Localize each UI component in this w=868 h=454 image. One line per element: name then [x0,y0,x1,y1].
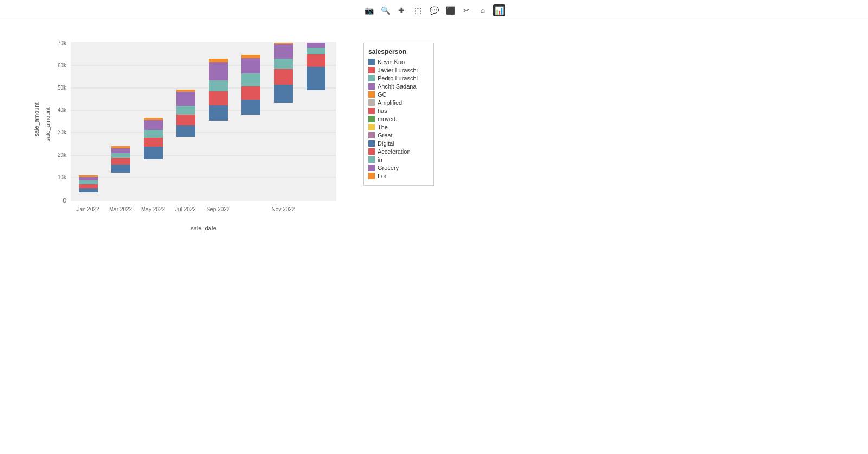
legend-color-amplified [368,99,375,106]
chart-area: 70k 60k 50k 40k 30k 20k 10k 0 sale_amoun… [43,37,353,240]
legend-color-digital [368,140,375,147]
legend-item-pedro: Pedro Luraschi [368,75,429,81]
legend-item-the: The [368,124,429,130]
legend-label-amplified: Amplified [378,99,402,106]
comment-icon[interactable]: 💬 [428,4,440,16]
bar-nov3-javier [307,54,326,67]
bar-nov2-javier [274,69,293,85]
bar-jan-anchit [79,177,98,180]
legend-color-the [368,124,375,130]
legend-label-the: The [378,124,388,130]
y-axis-label-text: sale_amount [44,108,51,142]
legend-color-gc [368,91,375,98]
bar-sep-javier [209,91,228,105]
legend-item-javier: Javier Luraschi [368,67,429,73]
x-axis-label-text: sale_date [190,225,216,231]
legend-item-amplified: Amplified [368,99,429,106]
legend-color-pedro [368,75,375,81]
bar-may-anchit [144,120,163,130]
legend-label-grocery: Grocery [378,165,399,171]
x-label-jul: Jul 2022 [175,206,196,212]
bar-jan-kevin [79,188,98,192]
bar-nov2-pedro [274,59,293,69]
legend-label-digital: Digital [378,140,394,147]
legend-label-moved: moved. [378,116,397,122]
cut-icon[interactable]: ✂ [461,4,473,16]
plus-icon[interactable]: ✚ [395,4,407,16]
legend-label-for: For [378,173,387,179]
bar-nov3-kevin [307,67,326,90]
bar-jul-anchit [176,92,195,106]
bar-may-gc [144,118,163,120]
legend-label-has: has [378,108,387,114]
bar-nov1-pedro [241,73,260,86]
bar-nov2-anchit [274,44,293,59]
bar-nov2-kevin [274,85,293,103]
bar-jul-kevin [176,125,195,137]
legend-item-for: For [368,173,429,179]
zoom-icon[interactable]: 🔍 [379,4,391,16]
legend-item-acceleration: Acceleration [368,148,429,155]
legend-color-grocery [368,165,375,171]
legend-color-anchit [368,83,375,90]
legend-label-javier: Javier Luraschi [378,67,418,73]
bar-mar-anchit [111,148,130,153]
y-tick-40k: 40k [58,107,67,113]
bar-sep-kevin [209,105,228,121]
legend-label-gc: GC [378,91,387,98]
legend-color-for [368,173,375,179]
bar-jul-gc [176,90,195,92]
bar-nov3-pedro [307,48,326,54]
y-tick-30k: 30k [58,129,67,135]
legend-label-pedro: Pedro Luraschi [378,75,418,81]
y-tick-20k: 20k [58,152,67,158]
toolbar: 📷 🔍 ✚ ⬚ 💬 ⬛ ✂ ⌂ 📊 [0,0,868,21]
bar-jan-javier [79,184,98,188]
bar-nov3-anchit [307,43,326,48]
y-tick-0: 0 [63,198,66,204]
legend-label-anchit: Anchit Sadana [378,83,417,90]
bar-sep-pedro [209,80,228,91]
bar-may-javier [144,138,163,147]
legend-color-javier [368,67,375,73]
y-axis-label: sale_amount [33,103,40,137]
legend-color-in [368,156,375,163]
export-icon[interactable]: ⬛ [444,4,456,16]
legend-item-gc: GC [368,91,429,98]
legend-item-great: Great [368,132,429,138]
bar-mar-pedro [111,153,130,158]
legend-item-grocery: Grocery [368,165,429,171]
bar-mar-gc [111,146,130,148]
bar-may-kevin [144,147,163,159]
home-icon[interactable]: ⌂ [477,4,489,16]
bar-nov2-gc [274,43,293,44]
legend-label-in: in [378,156,382,163]
bar-jul-javier [176,115,195,125]
bar-jul-pedro [176,106,195,115]
bar-nov1-gc [241,55,260,58]
legend-label-acceleration: Acceleration [378,148,411,155]
legend-color-great [368,132,375,138]
bar-jan-pedro [79,180,98,184]
x-label-mar: Mar 2022 [109,206,132,212]
y-tick-10k: 10k [58,174,67,180]
bar-nov1-kevin [241,100,260,115]
bar-sep-gc [209,59,228,62]
x-label-jan: Jan 2022 [76,206,99,212]
selection-icon[interactable]: ⬚ [412,4,424,16]
chart-icon[interactable]: 📊 [493,4,505,16]
camera-icon[interactable]: 📷 [363,4,375,16]
chart-bg [71,43,336,200]
bar-mar-kevin [111,165,130,173]
legend-item-in: in [368,156,429,163]
bar-chart: 70k 60k 50k 40k 30k 20k 10k 0 sale_amoun… [43,37,353,238]
legend-color-has [368,108,375,114]
legend-item-moved: moved. [368,116,429,122]
y-tick-70k: 70k [58,40,67,46]
legend-item-anchit: Anchit Sadana [368,83,429,90]
bar-mar-javier [111,158,130,165]
legend-color-moved [368,116,375,122]
legend-title: salesperson [368,48,429,55]
legend-item-has: has [368,108,429,114]
x-label-may: May 2022 [141,206,165,212]
